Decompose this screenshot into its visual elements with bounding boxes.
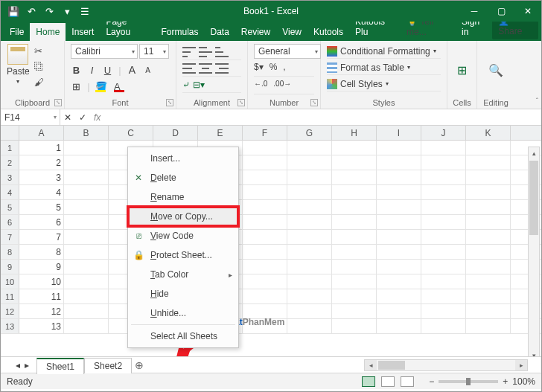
- table-row[interactable]: 44: [1, 185, 541, 200]
- tab-insert[interactable]: Insert: [66, 23, 100, 41]
- cell[interactable]: [377, 245, 421, 259]
- cell[interactable]: [243, 245, 287, 259]
- row-header[interactable]: 11: [1, 289, 19, 303]
- cell[interactable]: [287, 260, 332, 274]
- save-icon[interactable]: 💾: [5, 3, 22, 19]
- cell[interactable]: [64, 260, 109, 274]
- comma-button[interactable]: ,: [283, 62, 285, 76]
- align-right-icon[interactable]: [215, 63, 229, 74]
- zoom-out-button[interactable]: −: [429, 376, 434, 387]
- cell[interactable]: [243, 170, 287, 184]
- cell[interactable]: [332, 260, 377, 274]
- cell[interactable]: [64, 245, 109, 259]
- decrease-font-icon[interactable]: A: [142, 66, 153, 74]
- menu-move-or-copy[interactable]: Move or Copy...: [128, 207, 238, 226]
- cell[interactable]: 13: [19, 319, 64, 333]
- cell[interactable]: 9: [19, 260, 64, 274]
- cell[interactable]: [332, 170, 377, 184]
- cell[interactable]: [421, 319, 466, 333]
- font-name-combo[interactable]: Calibri▾: [71, 44, 138, 59]
- align-middle-icon[interactable]: [199, 47, 212, 57]
- table-row[interactable]: 88: [1, 245, 541, 260]
- cell[interactable]: [287, 185, 332, 199]
- scroll-thumb[interactable]: [529, 161, 538, 235]
- scroll-right-icon[interactable]: ▸: [515, 360, 527, 370]
- cell[interactable]: [64, 215, 109, 229]
- cell[interactable]: [287, 170, 332, 184]
- cell[interactable]: [377, 274, 421, 289]
- percent-button[interactable]: %: [270, 62, 278, 76]
- cell[interactable]: [332, 215, 377, 229]
- cell[interactable]: [64, 141, 109, 155]
- name-box[interactable]: F14▾: [1, 109, 60, 125]
- cell[interactable]: [287, 215, 332, 229]
- col-header[interactable]: J: [421, 126, 466, 140]
- number-format-combo[interactable]: General▾: [254, 44, 321, 59]
- cell[interactable]: [243, 155, 287, 170]
- paste-button[interactable]: Paste ▾: [7, 44, 30, 88]
- cell[interactable]: 1: [19, 141, 64, 155]
- col-header[interactable]: C: [109, 126, 153, 140]
- cell[interactable]: [466, 215, 511, 229]
- cell[interactable]: [421, 215, 466, 229]
- alignment-launcher-icon[interactable]: ⤡: [237, 99, 245, 106]
- menu-delete[interactable]: ✕Delete: [128, 168, 238, 187]
- cell[interactable]: [377, 289, 421, 303]
- enter-formula-icon[interactable]: ✓: [79, 112, 86, 123]
- scroll-left-icon[interactable]: ◂: [365, 360, 377, 370]
- bold-button[interactable]: B: [71, 65, 82, 76]
- tab-formulas[interactable]: Formulas: [155, 23, 204, 41]
- cell[interactable]: [421, 170, 466, 184]
- cell[interactable]: [287, 155, 332, 170]
- restore-button[interactable]: ▢: [488, 1, 514, 22]
- cell[interactable]: 6: [19, 215, 64, 229]
- cell[interactable]: [466, 245, 511, 259]
- col-header[interactable]: G: [287, 126, 332, 140]
- cell[interactable]: [377, 185, 421, 199]
- cell[interactable]: [243, 141, 287, 155]
- worksheet-grid[interactable]: A B C D E F G H I J K 112233445566778899…: [1, 126, 541, 356]
- menu-insert[interactable]: Insert...: [128, 149, 238, 168]
- menu-select-all-sheets[interactable]: Select All Sheets: [128, 327, 238, 346]
- row-header[interactable]: 9: [1, 260, 19, 274]
- cell[interactable]: [64, 304, 109, 318]
- table-row[interactable]: 22: [1, 155, 541, 170]
- cell[interactable]: [377, 304, 421, 318]
- cell[interactable]: [466, 185, 511, 199]
- align-left-icon[interactable]: [182, 63, 196, 74]
- cell[interactable]: [64, 170, 109, 184]
- tab-home[interactable]: Home: [30, 23, 66, 41]
- cell[interactable]: [377, 141, 421, 155]
- cell[interactable]: [332, 141, 377, 155]
- minimize-button[interactable]: ─: [461, 1, 488, 22]
- tab-view[interactable]: View: [276, 23, 307, 41]
- cell[interactable]: [332, 245, 377, 259]
- menu-tab-color[interactable]: Tab Color▸: [128, 265, 238, 284]
- zoom-level[interactable]: 100%: [512, 376, 535, 387]
- row-header[interactable]: 5: [1, 200, 19, 214]
- decrease-decimal-button[interactable]: .00→: [273, 80, 291, 94]
- tab-data[interactable]: Data: [204, 23, 235, 41]
- cell[interactable]: 10: [19, 274, 64, 289]
- underline-button[interactable]: U: [102, 65, 113, 76]
- redo-icon[interactable]: ↷: [41, 3, 57, 19]
- cell[interactable]: [466, 230, 511, 244]
- select-all-corner[interactable]: [1, 126, 19, 140]
- cell[interactable]: 3: [19, 170, 64, 184]
- new-sheet-button[interactable]: ⊕: [132, 359, 147, 371]
- cell[interactable]: [466, 260, 511, 274]
- cell[interactable]: [377, 200, 421, 214]
- hscroll-thumb[interactable]: [378, 361, 405, 370]
- align-top-icon[interactable]: [182, 47, 196, 57]
- table-row[interactable]: 77: [1, 230, 541, 245]
- cell[interactable]: [466, 289, 511, 303]
- italic-button[interactable]: I: [86, 65, 98, 76]
- cell[interactable]: [64, 155, 109, 170]
- cell[interactable]: [377, 170, 421, 184]
- cell[interactable]: [243, 200, 287, 214]
- menu-hide[interactable]: Hide: [128, 284, 238, 303]
- cell[interactable]: [466, 319, 511, 333]
- tab-review[interactable]: Review: [235, 23, 276, 41]
- cell[interactable]: [421, 304, 466, 318]
- cell[interactable]: [243, 274, 287, 289]
